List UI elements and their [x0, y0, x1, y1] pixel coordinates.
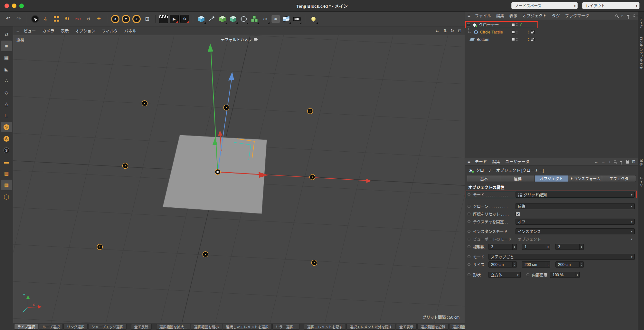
viewport-menu-item[interactable]: パネル	[124, 28, 137, 34]
object-manager-menu-item[interactable]: 表示	[509, 13, 517, 19]
ring-tool-icon[interactable]: ◯	[1, 191, 12, 202]
viewport-canvas[interactable]: 透視 デフォルトカメラ グリッド間隔 : 50 cm Y X	[13, 35, 465, 323]
reset-coordinates-checkbox[interactable]: ✓	[516, 212, 520, 216]
z-axis-lock-button[interactable]: Z	[132, 14, 141, 24]
forward-icon[interactable]: →	[601, 159, 605, 164]
texture-tag-icon[interactable]	[531, 30, 535, 34]
layer-tag-icon[interactable]	[512, 23, 515, 26]
stepper-icon[interactable]: ▴▾	[579, 244, 583, 250]
size-y-field[interactable]: 200 cm ▴▾	[522, 261, 550, 268]
object-manager-menu-icon[interactable]: ≡	[468, 13, 470, 18]
viewport-menu-item[interactable]: 表示	[61, 28, 69, 34]
clones-dropdown[interactable]: 反復 ▾	[516, 203, 635, 209]
quantize-icon[interactable]: S	[1, 133, 12, 144]
size-z-field[interactable]: 200 cm ▴▾	[555, 261, 584, 268]
keyframe-dot-icon[interactable]	[468, 193, 470, 196]
convert-tool-icon[interactable]: ⇄	[1, 29, 12, 40]
dock-tab-attributes[interactable]: 属性	[639, 159, 644, 166]
fix-texture-dropdown[interactable]: オフ ▾	[516, 219, 635, 225]
dock-tab-takes[interactable]: テイク	[639, 17, 644, 29]
selection-command-button[interactable]: 選択範囲を記録	[417, 324, 449, 330]
hatch-icon[interactable]: ▨	[1, 168, 12, 179]
mode-dropdown[interactable]: グリッド配列 ▾	[516, 192, 635, 198]
rotate-tool[interactable]: ↻	[62, 14, 72, 24]
dolly-view-icon[interactable]: ⇅	[443, 28, 447, 33]
visibility-dots-icon[interactable]	[516, 31, 517, 33]
render-settings-button[interactable]: ⚙	[180, 14, 190, 24]
x-axis-lock-button[interactable]: X	[110, 14, 120, 24]
keyframe-dot-icon[interactable]	[468, 205, 470, 208]
live-selection-tool[interactable]	[30, 14, 40, 24]
viewport-menu-item[interactable]: フィルタ	[102, 28, 118, 34]
keyframe-dot-icon[interactable]	[468, 230, 470, 233]
object-row-circle-tactile[interactable]: Circle Tactile	[465, 28, 638, 36]
keyframe-dot-icon[interactable]	[468, 212, 470, 215]
minimize-button[interactable]	[12, 4, 16, 8]
keyframe-dot-icon[interactable]	[468, 220, 470, 223]
selection-command-button[interactable]: ループ選択	[39, 324, 63, 330]
attribute-tab[interactable]: オブジェクト	[535, 175, 568, 182]
selection-command-button[interactable]: 選択範囲を	[449, 324, 465, 330]
object-row-bottom[interactable]: Bottom	[465, 36, 638, 43]
count-y-field[interactable]: 1 ▴▾	[522, 244, 550, 250]
size-x-field[interactable]: 200 cm ▴▾	[488, 261, 517, 268]
viewport-menu-item[interactable]: オプション	[75, 28, 96, 34]
volume-button[interactable]: ●	[271, 14, 280, 24]
snap-settings-icon[interactable]: S	[1, 145, 12, 156]
render-in-picture-viewer-button[interactable]: ▶	[169, 14, 179, 24]
viewport-menu-item[interactable]: カメラ	[42, 28, 54, 34]
expander-icon[interactable]: −	[467, 23, 470, 26]
attribute-tab[interactable]: トランスフォーム	[568, 175, 602, 182]
workplane-paint-icon[interactable]: ▬	[1, 156, 12, 167]
polygons-mode-icon[interactable]: △	[1, 99, 12, 109]
enabled-check-icon[interactable]: ✓	[519, 22, 523, 27]
add-icon[interactable]: +	[94, 14, 104, 24]
psr-tool[interactable]: PSR	[73, 14, 82, 24]
pan-view-icon[interactable]: ↔↔	[435, 28, 439, 33]
viewport-3d-scene[interactable]	[13, 35, 465, 323]
panel-icon[interactable]: ⊡	[632, 159, 635, 164]
primitive-cube-button[interactable]	[196, 14, 206, 24]
zoom-button[interactable]	[19, 4, 24, 8]
generator-button[interactable]	[228, 14, 238, 24]
object-row-cloner[interactable]: − ∗ クローナー ✓	[465, 21, 638, 28]
symmetry-button[interactable]: ◁▷	[260, 14, 270, 24]
instance-mode-dropdown[interactable]: インスタンス ▾	[516, 228, 635, 234]
selection-command-button[interactable]: リング選択	[63, 324, 88, 330]
move-tool[interactable]: ↔↔	[41, 14, 51, 24]
keyframe-dot-icon[interactable]	[468, 245, 470, 248]
layer-tag-icon[interactable]	[512, 31, 515, 33]
attribute-manager-menu-item[interactable]: 編集	[492, 158, 500, 165]
selection-command-button[interactable]: ライブ選択	[14, 324, 38, 330]
selection-command-button[interactable]: シャープエッジ選択	[88, 324, 126, 330]
nodespace-select[interactable]: ノードスペース ▴▾	[511, 2, 578, 9]
y-axis-lock-button[interactable]: Y	[121, 14, 131, 24]
count-x-field[interactable]: 3 ▴▾	[488, 244, 517, 250]
stepper-icon[interactable]: ▴▾	[579, 262, 583, 267]
attribute-tab[interactable]: 基本	[467, 175, 501, 182]
pen-spline-button[interactable]	[207, 14, 217, 24]
lock-icon[interactable]	[626, 161, 629, 164]
selection-command-button[interactable]: 選択エレメントを隠す	[304, 324, 346, 330]
back-icon[interactable]: ←	[594, 159, 598, 164]
count-z-field[interactable]: 3 ▴▾	[555, 244, 584, 250]
attribute-manager-menu-icon[interactable]: ≡	[468, 159, 470, 164]
subdivision-surface-button[interactable]	[218, 14, 227, 24]
last-tool-icon[interactable]: ↺	[83, 14, 93, 24]
filter-icon[interactable]	[620, 161, 623, 163]
points-mode-icon[interactable]: ∴	[1, 75, 12, 86]
stepper-icon[interactable]: ▴▾	[512, 262, 516, 267]
workplane-lock-icon[interactable]: ▦	[1, 180, 12, 190]
viewport-menu-item[interactable]: ビュー	[24, 28, 36, 34]
step-mode-dropdown[interactable]: ステップごと ▾	[488, 254, 635, 260]
axis-mode-icon[interactable]: ∟	[1, 110, 12, 121]
selection-command-button[interactable]: ミラー選択...	[272, 324, 299, 330]
home-icon[interactable]: ⌂	[621, 14, 623, 18]
layer-tag-icon[interactable]	[512, 38, 515, 41]
keyframe-dot-icon[interactable]	[526, 273, 529, 276]
visibility-dots-icon[interactable]	[516, 38, 517, 41]
snap-enable-icon[interactable]: S	[1, 122, 12, 132]
motion-camera-button[interactable]	[292, 14, 302, 24]
keyframe-dot-icon[interactable]	[468, 263, 470, 266]
attribute-manager-menu-item[interactable]: モード	[475, 158, 487, 165]
